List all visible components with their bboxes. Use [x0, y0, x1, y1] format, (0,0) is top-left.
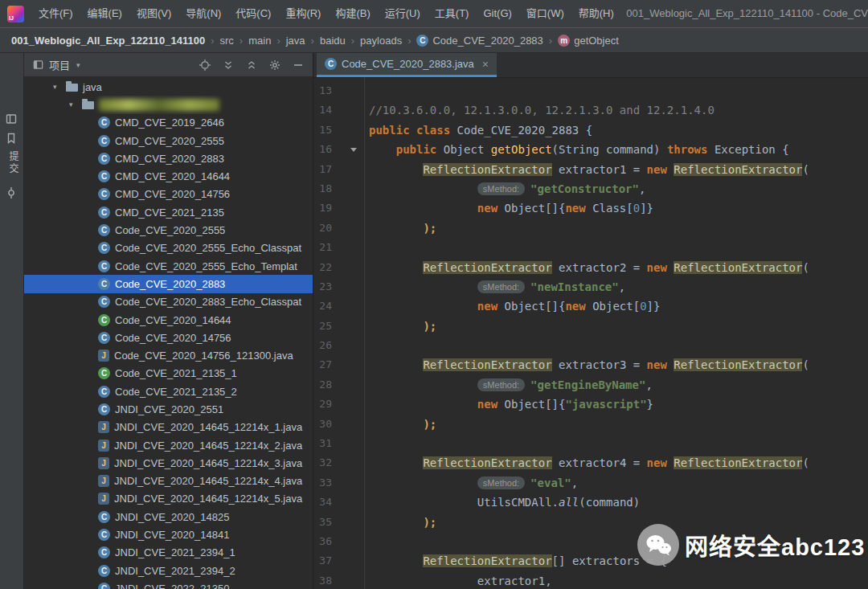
menu-item-运行(U)[interactable]: 运行(U): [378, 0, 428, 27]
menu-item-工具(T)[interactable]: 工具(T): [428, 0, 477, 27]
tree-item-Code_CVE_2020_2555[interactable]: CCode_CVE_2020_2555: [24, 221, 313, 239]
code-line-text[interactable]: new Object[]{new Object[0]}: [364, 297, 660, 316]
code-token: Object[]{: [505, 398, 566, 411]
tree-item-label: JNDI_CVE_2021_2394_2: [115, 565, 235, 577]
tree-item-CMD_CVE_2021_2135[interactable]: CCMD_CVE_2021_2135: [24, 203, 313, 221]
menu-item-帮助(H)[interactable]: 帮助(H): [571, 0, 621, 27]
breadcrumb-separator-icon: ›: [211, 35, 214, 47]
code-line-text[interactable]: extractor1,: [364, 571, 552, 589]
tree-item-Code_CVE_2020_2555_Echo_Templat[interactable]: CCode_CVE_2020_2555_Echo_Templat: [24, 257, 313, 275]
tree-item-java[interactable]: ▾java: [24, 78, 313, 96]
code-line-text[interactable]: ReflectionExtractor extractor3 = new Ref…: [364, 355, 809, 374]
code-line-31: 31: [313, 434, 868, 453]
breadcrumb-item-getObject[interactable]: mgetObject: [558, 35, 619, 47]
menu-item-文件(F)[interactable]: 文件(F): [31, 0, 80, 27]
code-line-text[interactable]: [364, 434, 369, 453]
breadcrumb-item-main[interactable]: main: [248, 35, 271, 47]
hide-panel-icon[interactable]: [292, 59, 305, 72]
tree-item-Code_CVE_2020_14756_121300.java[interactable]: JCode_CVE_2020_14756_121300.java: [24, 346, 313, 364]
panel-splitter[interactable]: [313, 53, 313, 589]
menu-item-编辑(E)[interactable]: 编辑(E): [80, 0, 129, 27]
settings-gear-icon[interactable]: [268, 59, 281, 72]
menu-item-重构(R)[interactable]: 重构(R): [278, 0, 328, 27]
code-line-text[interactable]: //10.3.6.0.0, 12.1.3.0.0, 12.2.1.3.0 and…: [364, 100, 714, 120]
close-tab-icon[interactable]: ×: [482, 58, 489, 71]
code-line-text[interactable]: );: [364, 219, 436, 238]
menu-item-窗口(W)[interactable]: 窗口(W): [519, 0, 571, 27]
code-line-text[interactable]: sMethod:"newInstance",: [364, 277, 625, 297]
tree-item-JNDI_CVE_2021_2394_1[interactable]: CJNDI_CVE_2021_2394_1: [24, 544, 313, 562]
project-tool-window-icon[interactable]: [5, 112, 18, 125]
expand-all-icon[interactable]: [222, 59, 235, 72]
menu-item-导航(N)[interactable]: 导航(N): [178, 0, 228, 27]
tree-item-JNDI_CVE_2020_14645_12214x_4.java[interactable]: JJNDI_CVE_2020_14645_12214x_4.java: [24, 472, 313, 490]
tree-item-CMD_CVE_2020_2883[interactable]: CCMD_CVE_2020_2883: [24, 149, 313, 167]
tree-item-JNDI_CVE_2020_14841[interactable]: CJNDI_CVE_2020_14841: [24, 526, 313, 543]
tree-item-JNDI_CVE_2020_14645_12214x_5.java[interactable]: JJNDI_CVE_2020_14645_12214x_5.java: [24, 490, 313, 508]
code-line-text[interactable]: ReflectionExtractor extractor4 = new Ref…: [364, 453, 809, 472]
tree-item-Code_CVE_2020_14644[interactable]: CCode_CVE_2020_14644: [24, 311, 313, 329]
code-line-text[interactable]: [364, 238, 369, 257]
commit-icon[interactable]: [5, 186, 18, 199]
code-line-19: 19 new Object[]{new Class[0]}: [313, 198, 868, 218]
code-line-text[interactable]: sMethod:"getEngineByName",: [364, 375, 653, 395]
code-line-text[interactable]: ReflectionExtractor[] extractors = {: [364, 551, 667, 571]
chevron-expanded-icon[interactable]: ▾: [69, 100, 82, 108]
breadcrumb-item-payloads[interactable]: payloads: [360, 35, 402, 47]
code-line-text[interactable]: );: [364, 317, 436, 336]
code-line-text[interactable]: public Object getObject(String command) …: [364, 140, 789, 159]
locate-file-icon[interactable]: [199, 59, 211, 72]
editor-tab-code-cve-2020-2883[interactable]: C Code_CVE_2020_2883.java ×: [317, 53, 497, 77]
tree-item-JNDI_CVE_2020_14825[interactable]: CJNDI_CVE_2020_14825: [24, 508, 313, 526]
breadcrumb-item-java[interactable]: java: [286, 35, 305, 47]
code-token: //10.3.6.0.0, 12.1.3.0.0, 12.2.1.3.0 and…: [369, 104, 714, 117]
code-line-text[interactable]: [364, 336, 369, 355]
tree-item-redacted[interactable]: ▾: [24, 96, 313, 113]
tree-item-CMD_CVE_2020_2555[interactable]: CCMD_CVE_2020_2555: [24, 132, 313, 149]
tree-item-CMD_CVE_2019_2646[interactable]: CCMD_CVE_2019_2646: [24, 114, 313, 132]
code-line-text[interactable]: public class Code_CVE_2020_2883 {: [364, 121, 592, 140]
code-line-text[interactable]: ReflectionExtractor extractor1 = new Ref…: [364, 160, 809, 179]
code-line-text[interactable]: UtilsCMDAll.all(command): [364, 493, 640, 512]
tree-item-Code_CVE_2020_2883[interactable]: CCode_CVE_2020_2883: [24, 275, 313, 292]
panel-title[interactable]: 项目: [49, 57, 70, 72]
bookmarks-icon[interactable]: [5, 132, 18, 145]
tree-item-CMD_CVE_2020_14756[interactable]: CCMD_CVE_2020_14756: [24, 186, 313, 203]
tree-item-JNDI_CVE_2020_14645_12214x_3.java[interactable]: JJNDI_CVE_2020_14645_12214x_3.java: [24, 454, 313, 472]
tree-item-Code_CVE_2021_2135_1[interactable]: CCode_CVE_2021_2135_1: [24, 365, 313, 382]
code-line-text[interactable]: new Object[]{new Class[0]}: [364, 198, 653, 218]
breadcrumb-item-001_Weblogic_All_Exp_122110_141100[interactable]: 001_Weblogic_All_Exp_122110_141100: [11, 35, 205, 47]
breadcrumb-item-baidu[interactable]: baidu: [320, 35, 346, 47]
breadcrumb-item-src[interactable]: src: [220, 35, 234, 47]
code-area[interactable]: 1314//10.3.6.0.0, 12.1.3.0.0, 12.2.1.3.0…: [313, 77, 868, 589]
code-line-text[interactable]: [364, 532, 369, 551]
code-line-text[interactable]: sMethod:"getConstructor",: [364, 179, 645, 198]
tree-item-JNDI_CVE_2020_14645_12214x_1.java[interactable]: JJNDI_CVE_2020_14645_12214x_1.java: [24, 419, 313, 436]
code-line-text[interactable]: ReflectionExtractor extractor2 = new Ref…: [364, 258, 809, 277]
tree-item-Code_CVE_2020_14756[interactable]: CCode_CVE_2020_14756: [24, 329, 313, 346]
commit-tool-window-label[interactable]: 提交: [6, 151, 20, 175]
code-line-text[interactable]: new Object[]{"javascript"}: [364, 395, 653, 414]
code-line-text[interactable]: sMethod:"eval",: [364, 473, 578, 493]
tree-item-JNDI_CVE_2022_21350[interactable]: CJNDI_CVE_2022_21350: [24, 579, 313, 589]
tree-item-Code_CVE_2021_2135_2[interactable]: CCode_CVE_2021_2135_2: [24, 382, 313, 400]
chevron-down-icon[interactable]: ▾: [76, 61, 80, 69]
menu-item-视图(V)[interactable]: 视图(V): [129, 0, 178, 27]
collapse-all-icon[interactable]: [245, 59, 258, 72]
menu-item-Git(G)[interactable]: Git(G): [476, 0, 518, 27]
chevron-expanded-icon[interactable]: ▾: [53, 83, 66, 91]
menu-item-构建(B)[interactable]: 构建(B): [328, 0, 377, 27]
tree-item-label: Code_CVE_2020_14756_121300.java: [114, 350, 293, 362]
tree-item-CMD_CVE_2020_14644[interactable]: CCMD_CVE_2020_14644: [24, 167, 313, 185]
code-line-text[interactable]: );: [364, 415, 436, 434]
code-line-text[interactable]: [364, 81, 369, 100]
menu-item-代码(C)[interactable]: 代码(C): [228, 0, 278, 27]
tree-item-Code_CVE_2020_2555_Echo_Classpat[interactable]: CCode_CVE_2020_2555_Echo_Classpat: [24, 239, 313, 257]
fold-marker-icon[interactable]: [350, 148, 357, 152]
code-line-text[interactable]: );: [364, 513, 436, 532]
tree-item-Code_CVE_2020_2883_Echo_Classpat[interactable]: CCode_CVE_2020_2883_Echo_Classpat: [24, 293, 313, 311]
tree-item-JNDI_CVE_2020_14645_12214x_2.java[interactable]: JJNDI_CVE_2020_14645_12214x_2.java: [24, 436, 313, 454]
tree-item-JNDI_CVE_2020_2551[interactable]: CJNDI_CVE_2020_2551: [24, 400, 313, 418]
breadcrumb-item-Code_CVE_2020_2883[interactable]: CCode_CVE_2020_2883: [416, 35, 542, 47]
tree-item-JNDI_CVE_2021_2394_2[interactable]: CJNDI_CVE_2021_2394_2: [24, 562, 313, 579]
